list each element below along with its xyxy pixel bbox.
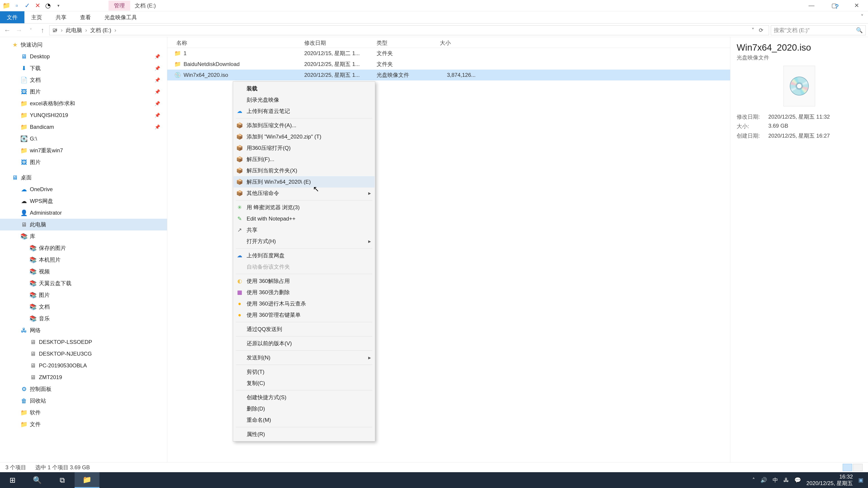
properties-icon[interactable]: ◔ (44, 2, 52, 10)
sidebar-item[interactable]: ☁WPS网盘 (0, 195, 167, 207)
context-menu-item[interactable]: 重命名(M) (234, 414, 375, 426)
file-row[interactable]: 📁12020/12/15, 星期二 1...文件夹 (167, 48, 730, 59)
sidebar-item[interactable]: ⚙控制面板 (0, 383, 167, 395)
tab-file[interactable]: 文件 (0, 11, 24, 23)
sidebar-item[interactable]: 🖥Desktop📌 (0, 51, 167, 62)
start-button[interactable]: ⊞ (0, 472, 25, 488)
sidebar-item[interactable]: 📁Bandicam📌 (0, 121, 167, 133)
breadcrumb[interactable]: 🖳 此电脑 文档 (E:) ˅ ⟳ (49, 25, 769, 35)
context-menu-item[interactable]: 属性(R) (234, 429, 375, 440)
breadcrumb-item[interactable]: 此电脑 (66, 27, 82, 34)
tray-extra-icon[interactable]: ▣ (858, 477, 864, 483)
col-name[interactable]: 名称 (167, 37, 301, 48)
context-menu-item[interactable]: 📦其他压缩命令▸ (234, 188, 375, 199)
sidebar-item[interactable]: 📚本机照片 (0, 254, 167, 266)
sidebar-item[interactable]: 📚音乐 (0, 313, 167, 324)
maximize-button[interactable]: ▢ (823, 0, 845, 11)
sidebar-item[interactable]: 📁文件 (0, 418, 167, 430)
taskbar-clock[interactable]: 16:32 2020/12/25, 星期五 (807, 474, 853, 487)
sidebar-item[interactable]: 🗑回收站 (0, 395, 167, 407)
tab-share[interactable]: 共享 (49, 11, 73, 23)
breadcrumb-item[interactable]: 文档 (E:) (90, 27, 111, 34)
context-menu-item[interactable]: ↗共享 (234, 224, 375, 236)
sidebar-item[interactable]: 🖼图片📌 (0, 86, 167, 98)
sidebar-item[interactable]: 📚保存的图片 (0, 242, 167, 254)
close-button[interactable]: ✕ (845, 0, 868, 11)
recent-dropdown[interactable]: ˅ (26, 25, 36, 35)
context-menu-item[interactable]: ▦使用 360强力删除 (234, 287, 375, 298)
qat-dropdown-icon[interactable]: ▾ (54, 2, 62, 10)
context-menu-item[interactable]: 复制(C) (234, 378, 375, 389)
context-menu-item[interactable]: ☁上传到有道云笔记 (234, 105, 375, 117)
forward-button[interactable]: → (14, 25, 24, 35)
pin-icon[interactable]: ✓ (23, 2, 31, 10)
tab-home[interactable]: 主页 (24, 11, 49, 23)
context-menu-item[interactable]: 装载 (234, 83, 375, 94)
context-menu-item[interactable]: 📦添加到压缩文件(A)... (234, 120, 375, 131)
context-menu-item[interactable]: ●使用 360管理右键菜单 (234, 309, 375, 321)
ime-indicator[interactable]: 中 (773, 477, 778, 484)
context-menu-item[interactable]: 📦解压到 Win7x64_2020\ (E) (234, 176, 375, 188)
sidebar-item[interactable]: 📁excel表格制作求和📌 (0, 98, 167, 109)
tree-quick-access[interactable]: ★快速访问 (0, 39, 167, 51)
search-box[interactable]: 搜索"文档 (E:)" 🔍 (771, 25, 866, 35)
context-menu-item[interactable]: 剪切(T) (234, 366, 375, 378)
sidebar-item[interactable]: 📚视频 (0, 266, 167, 278)
explorer-taskbar-button[interactable]: 📁 (74, 472, 99, 488)
tree-desktop[interactable]: 🖥桌面 (0, 172, 167, 184)
tray-chevron-icon[interactable]: ˄ (752, 477, 755, 483)
tab-view[interactable]: 查看 (73, 11, 98, 23)
col-size[interactable]: 大小 (436, 37, 479, 48)
help-icon[interactable]: ? (835, 3, 839, 10)
refresh-button[interactable]: ⟳ (756, 25, 766, 35)
sidebar-item[interactable]: ⬇下载📌 (0, 62, 167, 74)
context-menu-item[interactable]: 📦用360压缩打开(Q) (234, 142, 375, 154)
context-menu-item[interactable]: ✎Edit with Notepad++ (234, 213, 375, 224)
sidebar-item[interactable]: 📚图片 (0, 289, 167, 301)
back-button[interactable]: ← (2, 25, 12, 35)
save-icon[interactable]: ▫ (13, 2, 21, 10)
task-view-button[interactable]: ⧉ (50, 472, 74, 488)
context-menu-item[interactable]: 📦解压到(F)... (234, 154, 375, 165)
context-menu-item[interactable]: 还原以前的版本(V) (234, 338, 375, 349)
ribbon-collapse-icon[interactable]: ˅ (856, 11, 868, 23)
context-menu-item[interactable]: 创建快捷方式(S) (234, 392, 375, 403)
sidebar-item[interactable]: 🖥ZMT2019 (0, 371, 167, 383)
volume-icon[interactable]: 🔊 (761, 477, 767, 483)
context-menu-item[interactable]: ●使用 360进行木马云查杀 (234, 298, 375, 309)
sidebar-item[interactable]: 🖥DESKTOP-LSSOEDP (0, 336, 167, 348)
context-menu-item[interactable]: 📦解压到当前文件夹(X) (234, 165, 375, 176)
sidebar-item[interactable]: 📁软件 (0, 407, 167, 418)
context-menu-item[interactable]: ☁上传到百度网盘 (234, 250, 375, 261)
sidebar-item[interactable]: 🖥DESKTOP-NJEU3CG (0, 348, 167, 360)
context-menu-item[interactable]: 刻录光盘映像 (234, 94, 375, 105)
sidebar-item[interactable]: 📚天翼云盘下载 (0, 278, 167, 289)
context-menu-item[interactable]: 发送到(N)▸ (234, 352, 375, 363)
sidebar-item[interactable]: 📚库 (0, 230, 167, 242)
delete-icon[interactable]: ✕ (33, 2, 41, 10)
sidebar-item[interactable]: 🖥PC-20190530OBLA (0, 360, 167, 371)
sidebar-item[interactable]: 🖼图片 (0, 156, 167, 168)
context-menu-item[interactable]: 删除(D) (234, 403, 375, 414)
context-menu-item[interactable]: 打开方式(H)▸ (234, 236, 375, 247)
file-row[interactable]: 📁BaiduNetdiskDownload2020/12/25, 星期五 1..… (167, 59, 730, 70)
minimize-button[interactable]: ― (800, 0, 823, 11)
col-type[interactable]: 类型 (373, 37, 436, 48)
sidebar-item[interactable]: 📁win7重装win7 (0, 144, 167, 156)
col-date[interactable]: 修改日期 (301, 37, 373, 48)
network-tray-icon[interactable]: 🖧 (783, 477, 789, 483)
action-center-icon[interactable]: 💬 (794, 477, 801, 483)
breadcrumb-dropdown-icon[interactable]: ˅ (752, 27, 754, 33)
icons-view-button[interactable] (853, 464, 863, 471)
sidebar-item[interactable]: 📚文档 (0, 301, 167, 313)
up-button[interactable]: ↑ (37, 25, 48, 35)
tab-disc-image-tools[interactable]: 光盘映像工具 (98, 11, 144, 23)
sidebar-item[interactable]: 📄文档📌 (0, 74, 167, 86)
sidebar-item[interactable]: 💽G:\ (0, 133, 167, 144)
file-row[interactable]: 💿Win7x64_2020.iso2020/12/25, 星期五 1...光盘映… (167, 70, 730, 80)
sidebar-item[interactable]: ☁OneDrive (0, 184, 167, 195)
context-menu-item[interactable]: ✳用 蜂蜜浏览器 浏览(3) (234, 202, 375, 213)
search-button[interactable]: 🔍 (25, 472, 50, 488)
context-menu-item[interactable]: 📦添加到 "Win7x64_2020.zip" (T) (234, 131, 375, 142)
context-menu-item[interactable]: 通过QQ发送到 (234, 324, 375, 335)
